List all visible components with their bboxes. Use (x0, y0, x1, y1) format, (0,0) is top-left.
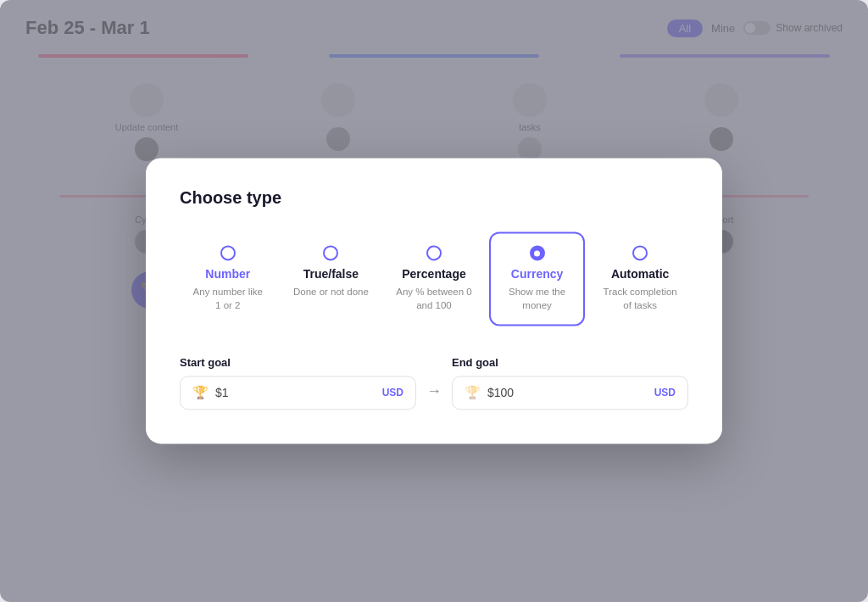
start-goal-currency: USD (382, 387, 403, 399)
type-desc-automatic: Track completion of tasks (602, 285, 678, 312)
start-goal-field: Start goal 🏆 USD (180, 357, 416, 410)
type-desc-percentage: Any % between 0 and 100 (396, 285, 472, 312)
end-goal-currency: USD (654, 387, 676, 399)
type-desc-number: Any number like 1 or 2 (190, 285, 266, 312)
type-name-number: Number (205, 267, 250, 281)
radio-currency (530, 245, 545, 260)
goal-arrow-icon: → (426, 383, 442, 401)
modal-title: Choose type (180, 188, 688, 208)
type-option-truefalse[interactable]: True/false Done or not done (283, 231, 380, 326)
start-goal-trophy-icon: 🏆 (192, 386, 209, 401)
start-goal-input[interactable] (215, 387, 376, 400)
end-goal-input-wrapper: 🏆 USD (452, 376, 688, 410)
start-goal-label: Start goal (180, 357, 416, 370)
type-name-automatic: Automatic (611, 267, 669, 281)
goal-section: Start goal 🏆 USD → End goal 🏆 USD (180, 357, 688, 410)
end-goal-field: End goal 🏆 USD (452, 357, 688, 410)
type-option-currency[interactable]: Currency Show me the money (489, 231, 586, 326)
type-option-percentage[interactable]: Percentage Any % between 0 and 100 (386, 231, 482, 326)
end-goal-shield-icon: 🏆 (465, 386, 481, 401)
type-option-automatic[interactable]: Automatic Track completion of tasks (592, 231, 688, 326)
type-option-number[interactable]: Number Any number like 1 or 2 (180, 231, 276, 326)
radio-automatic (632, 245, 648, 260)
radio-truefalse (323, 245, 338, 260)
type-name-currency: Currency (511, 267, 563, 281)
type-desc-truefalse: Done or not done (293, 285, 369, 298)
radio-percentage (426, 245, 442, 260)
end-goal-input[interactable] (487, 387, 648, 400)
start-goal-input-wrapper: 🏆 USD (180, 376, 416, 410)
type-desc-currency: Show me the money (499, 285, 576, 312)
type-name-truefalse: True/false (303, 267, 359, 281)
radio-number (220, 245, 236, 260)
end-goal-label: End goal (452, 357, 688, 370)
choose-type-modal: Choose type Number Any number like 1 or … (146, 158, 722, 443)
type-name-percentage: Percentage (402, 267, 465, 281)
type-options-group: Number Any number like 1 or 2 True/false… (180, 231, 688, 326)
